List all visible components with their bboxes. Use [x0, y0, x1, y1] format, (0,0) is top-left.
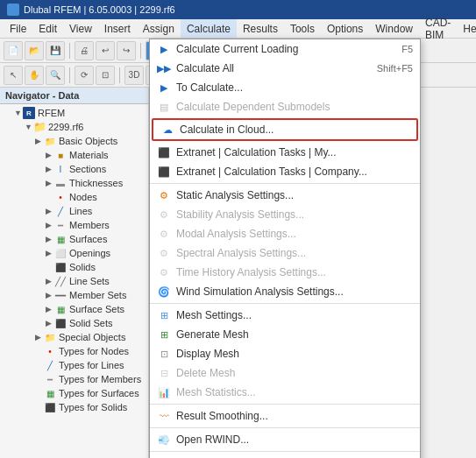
menu-help[interactable]: Help: [457, 19, 476, 38]
dd-static[interactable]: ⚙ Static Analysis Settings...: [150, 186, 420, 205]
nav-types-solids[interactable]: ⬛ Types for Solids: [0, 400, 148, 414]
nav-membersets[interactable]: ▶ ━━ Member Sets: [0, 288, 148, 302]
disp-mesh-icon: ⊡: [157, 347, 171, 361]
nav-surfaces[interactable]: ▶ ▦ Surfaces: [0, 232, 148, 246]
dd-extranet-company[interactable]: ⬛ Extranet | Calculation Tasks | Company…: [150, 162, 420, 181]
menu-assign[interactable]: Assign: [137, 19, 181, 38]
tb2-select[interactable]: ↖: [4, 66, 23, 85]
dd-extranet-my[interactable]: ⬛ Extranet | Calculation Tasks | My...: [150, 143, 420, 162]
cloud-icon: ☁: [160, 123, 174, 137]
menu-cadbim[interactable]: CAD-BIM: [419, 19, 457, 38]
dd-cloud[interactable]: ☁ Calculate in Cloud...: [153, 120, 416, 139]
main-area: Navigator - Data ▼ R RFEM ▼ 📁 2299.rf6 ▶…: [0, 88, 476, 458]
dd-calc-current-label: Calculate Current Loading: [176, 43, 396, 55]
nav-rfem[interactable]: ▼ R RFEM: [0, 106, 148, 120]
dd-static-label: Static Analysis Settings...: [176, 189, 413, 201]
nav-types-surfaces[interactable]: ▦ Types for Surfaces: [0, 386, 148, 400]
nav-members[interactable]: ▶ ━ Members: [0, 218, 148, 232]
tb2-zoom[interactable]: 🔍: [46, 66, 65, 85]
dd-timehistory: ⚙ Time History Analysis Settings...: [150, 263, 420, 282]
nav-thicknesses[interactable]: ▶ ▬ Thicknesses: [0, 176, 148, 190]
navigator-header: Navigator - Data: [0, 88, 148, 104]
menu-options[interactable]: Options: [321, 19, 369, 38]
sep-1: [150, 183, 420, 184]
menu-edit[interactable]: Edit: [32, 19, 63, 38]
dd-optim: ⚙ Optimization Settings...: [150, 454, 420, 458]
dd-mesh-settings-label: Mesh Settings...: [176, 309, 413, 321]
dd-calc-current-shortcut: F5: [401, 44, 413, 54]
dd-mesh-settings[interactable]: ⊞ Mesh Settings...: [150, 306, 420, 325]
nav-nodes[interactable]: • Nodes: [0, 190, 148, 204]
extranet-company-icon: ⬛: [157, 165, 171, 179]
menu-view[interactable]: View: [63, 19, 98, 38]
nav-surfacesets[interactable]: ▶ ▦ Surface Sets: [0, 302, 148, 316]
menu-calculate[interactable]: Calculate: [181, 19, 237, 38]
menu-insert[interactable]: Insert: [98, 19, 137, 38]
menu-file[interactable]: File: [4, 19, 32, 38]
nav-file[interactable]: ▼ 📁 2299.rf6: [0, 120, 148, 134]
calc-all-icon: ▶▶: [157, 61, 171, 75]
dd-to-calc[interactable]: ▶ To Calculate...: [150, 78, 420, 97]
nav-types-nodes[interactable]: • Types for Nodes: [0, 344, 148, 358]
dd-mesh-stat-label: Mesh Statistics...: [176, 386, 413, 398]
tb-redo[interactable]: ↪: [117, 41, 136, 60]
dd-gen-mesh-label: Generate Mesh: [176, 328, 413, 341]
dd-wind-label: Wind Simulation Analysis Settings...: [176, 285, 413, 298]
nav-solids[interactable]: ⬛ Solids: [0, 260, 148, 274]
menu-results[interactable]: Results: [237, 19, 284, 38]
dd-extranet-my-label: Extranet | Calculation Tasks | My...: [176, 146, 413, 159]
tb-print[interactable]: 🖨: [75, 41, 94, 60]
dd-extranet-company-label: Extranet | Calculation Tasks | Company..…: [176, 166, 413, 178]
tb-sep-2: [140, 43, 141, 59]
tb-save[interactable]: 💾: [46, 41, 65, 60]
smooth-icon: 〰: [157, 409, 171, 423]
dd-disp-mesh[interactable]: ⊡ Display Mesh: [150, 344, 420, 363]
dd-calc-all-label: Calculate All: [176, 62, 372, 74]
nav-types-members[interactable]: ━ Types for Members: [0, 372, 148, 386]
nav-solidsets[interactable]: ▶ ⬛ Solid Sets: [0, 316, 148, 330]
dd-stability-label: Stability Analysis Settings...: [176, 208, 413, 221]
nav-header-label: Navigator - Data: [5, 90, 79, 101]
to-calc-icon: ▶: [157, 81, 171, 95]
dd-wind[interactable]: 🌀 Wind Simulation Analysis Settings...: [150, 282, 420, 301]
dd-rwind[interactable]: 💨 Open RWIND...: [150, 430, 420, 449]
dd-gen-mesh[interactable]: ⊞ Generate Mesh: [150, 325, 420, 344]
dd-timehistory-label: Time History Analysis Settings...: [176, 266, 413, 278]
tb-sep-1: [69, 43, 70, 59]
dd-modal-label: Modal Analysis Settings...: [176, 228, 413, 240]
tb-new[interactable]: 📄: [4, 41, 23, 60]
nav-special-objects[interactable]: ▶ 📁 Special Objects: [0, 330, 148, 344]
calculate-dropdown: ▶ Calculate Current Loading F5 ▶▶ Calcul…: [149, 39, 421, 458]
dd-disp-mesh-label: Display Mesh: [176, 348, 413, 360]
tb-open[interactable]: 📂: [25, 41, 44, 60]
menu-window[interactable]: Window: [369, 19, 419, 38]
menu-tools[interactable]: Tools: [284, 19, 321, 38]
tb2-3d[interactable]: 3D: [124, 66, 144, 85]
tb2-rotate[interactable]: ⟳: [75, 66, 94, 85]
dd-calc-all-shortcut: Shift+F5: [377, 63, 413, 74]
nav-tree: ▼ R RFEM ▼ 📁 2299.rf6 ▶ 📁 Basic Objects …: [0, 104, 148, 454]
tb2-pan[interactable]: ✋: [25, 66, 44, 85]
dd-calc-all[interactable]: ▶▶ Calculate All Shift+F5: [150, 59, 420, 78]
dd-spectral: ⚙ Spectral Analysis Settings...: [150, 243, 420, 263]
nav-lines[interactable]: ▶ ╱ Lines: [0, 204, 148, 218]
mesh-stat-icon: 📊: [157, 385, 171, 399]
mesh-settings-icon: ⊞: [157, 308, 171, 322]
dd-del-mesh-label: Delete Mesh: [176, 367, 413, 379]
tb-undo[interactable]: ↩: [96, 41, 115, 60]
nav-basic-objects[interactable]: ▶ 📁 Basic Objects: [0, 134, 148, 148]
stability-icon: ⚙: [157, 208, 171, 222]
dd-smooth-label: Result Smoothing...: [176, 410, 413, 422]
tb2-fit[interactable]: ⊡: [96, 66, 115, 85]
nav-materials[interactable]: ▶ ■ Materials: [0, 148, 148, 162]
nav-openings[interactable]: ▶ ⬜ Openings: [0, 246, 148, 260]
sep-3: [150, 404, 420, 405]
dd-calc-current[interactable]: ▶ Calculate Current Loading F5: [150, 39, 420, 59]
nav-types-lines[interactable]: ╱ Types for Lines: [0, 358, 148, 372]
dd-smooth[interactable]: 〰 Result Smoothing...: [150, 406, 420, 426]
tb2-sep-2: [119, 67, 120, 83]
dd-mesh-stat: 📊 Mesh Statistics...: [150, 383, 420, 402]
del-mesh-icon: ⊟: [157, 366, 171, 380]
nav-sections[interactable]: ▶ I Sections: [0, 162, 148, 176]
nav-linesets[interactable]: ▶ ╱╱ Line Sets: [0, 274, 148, 288]
